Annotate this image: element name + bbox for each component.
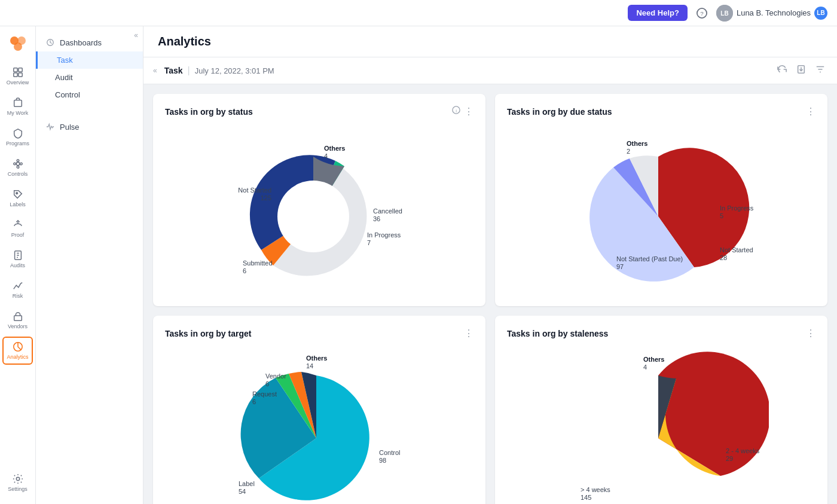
chart-card-staleness: Tasks in org by staleness ⋮	[495, 316, 827, 504]
svg-point-6	[14, 42, 22, 51]
chart-body-status: Not Started 125 In Progress 7 Cancelled …	[165, 127, 474, 294]
export-icon[interactable]	[794, 62, 808, 79]
chart-body-staleness: > 4 weeks 145 2 - 4 weeks 29 Others 4	[507, 349, 815, 504]
svg-text:Cancelled: Cancelled	[373, 207, 402, 215]
chart-more-icon-2[interactable]: ⋮	[806, 106, 815, 117]
svg-point-17	[16, 193, 17, 194]
svg-text:Label: Label	[239, 480, 255, 487]
nav-analytics[interactable]: Analytics	[2, 337, 33, 365]
sidebar-section-pulse: Pulse	[36, 111, 143, 143]
svg-text:Others: Others	[643, 356, 664, 363]
inner-header-right	[775, 62, 827, 79]
svg-text:28: 28	[720, 254, 727, 261]
nav-proof[interactable]: Proof	[0, 215, 35, 243]
nav-analytics-label: Analytics	[7, 354, 28, 360]
sidebar-item-pulse[interactable]: Pulse	[36, 118, 143, 136]
svg-text:Request: Request	[252, 390, 277, 398]
svg-text:145: 145	[581, 494, 591, 501]
svg-text:LB: LB	[720, 10, 728, 17]
chart-card-status: Tasks in org by status i ⋮	[153, 94, 485, 306]
nav-risk[interactable]: Risk	[0, 276, 35, 304]
chart-title-due-status: Tasks in org by due status	[507, 107, 612, 117]
chart-more-icon[interactable]: ⋮	[464, 106, 474, 117]
inner-header: « Task | July 12, 2022, 3:01 PM	[143, 57, 837, 84]
chart-info-icon[interactable]: i	[452, 106, 460, 117]
svg-point-12	[16, 162, 19, 165]
nav-overview-label: Overview	[7, 80, 29, 85]
nav-audits-label: Audits	[10, 262, 25, 268]
svg-text:29: 29	[726, 455, 733, 462]
chart-header-target: Tasks in org by target ⋮	[165, 328, 474, 339]
sidebar-section-dashboards: Dashboards Task Audit Control	[36, 26, 143, 111]
charts-grid: Tasks in org by status i ⋮	[153, 94, 827, 504]
nav-mywork[interactable]: My Work	[0, 93, 35, 121]
svg-text:Control: Control	[379, 449, 400, 456]
chart-more-icon-4[interactable]: ⋮	[806, 328, 815, 339]
inner-collapse-btn[interactable]: «	[153, 66, 157, 75]
app-body: Overview My Work Programs Controls Label…	[0, 26, 837, 504]
nav-risk-label: Risk	[13, 293, 23, 299]
svg-text:Others: Others	[627, 140, 647, 147]
sidebar-item-audit[interactable]: Audit	[36, 69, 143, 86]
content-header: Analytics	[143, 26, 837, 57]
svg-text:2 - 4 weeks: 2 - 4 weeks	[726, 447, 760, 454]
nav-overview[interactable]: Overview	[0, 62, 35, 90]
nav-mywork-label: My Work	[7, 110, 28, 116]
user-badge: LB	[814, 7, 827, 20]
svg-point-15	[17, 160, 19, 162]
sidebar-pulse-label: Pulse	[60, 123, 80, 132]
chart-actions-target: ⋮	[464, 328, 474, 339]
svg-text:6: 6	[243, 267, 246, 274]
sidebar-audit-label: Audit	[55, 73, 73, 82]
help-icon[interactable]: ?	[694, 5, 710, 22]
svg-rect-19	[14, 316, 22, 320]
chart-title-target: Tasks in org by target	[165, 329, 251, 338]
svg-text:14: 14	[306, 362, 313, 369]
nav-settings-label: Settings	[8, 486, 28, 492]
user-avatar-container[interactable]: LB Luna B. Technologies LB	[716, 5, 827, 22]
sidebar-control-label: Control	[55, 90, 80, 99]
svg-rect-10	[18, 73, 22, 77]
svg-text:?: ?	[700, 10, 704, 16]
chart-more-icon-3[interactable]: ⋮	[464, 328, 474, 339]
chart-actions-staleness: ⋮	[806, 328, 815, 339]
nav-vendors[interactable]: Vendors	[0, 306, 35, 334]
icon-sidebar: Overview My Work Programs Controls Label…	[0, 26, 36, 504]
nav-programs-label: Programs	[6, 140, 29, 146]
nav-audits[interactable]: Audits	[0, 245, 35, 273]
svg-point-20	[16, 477, 19, 480]
svg-text:6: 6	[252, 398, 256, 405]
refresh-icon[interactable]	[775, 62, 789, 79]
sidebar-item-task[interactable]: Task	[36, 51, 143, 69]
svg-text:Not Started: Not Started	[720, 246, 753, 253]
breadcrumb-sep: |	[188, 65, 190, 76]
chart-card-target: Tasks in org by target ⋮	[153, 316, 485, 504]
svg-point-13	[13, 163, 16, 165]
need-help-button[interactable]: Need Help?	[628, 5, 688, 21]
app-logo[interactable]	[7, 33, 29, 55]
nav-labels-label: Labels	[10, 201, 26, 207]
nav-settings[interactable]: Settings	[0, 469, 35, 497]
svg-text:7: 7	[367, 239, 371, 246]
chart-body-due-status: Not Started (Past Due) 97 Not Started 28…	[507, 127, 815, 294]
svg-text:In Progress: In Progress	[367, 231, 401, 239]
svg-text:2: 2	[627, 148, 630, 155]
avatar: LB	[716, 5, 733, 22]
sidebar-task-label: Task	[57, 56, 73, 65]
nav-labels[interactable]: Labels	[0, 184, 35, 212]
svg-text:Vendor: Vendor	[265, 372, 286, 380]
filter-icon[interactable]	[813, 62, 827, 79]
nav-controls[interactable]: Controls	[0, 154, 35, 182]
nav-controls-label: Controls	[8, 171, 28, 177]
nav-vendors-label: Vendors	[8, 323, 28, 329]
svg-rect-8	[18, 68, 22, 72]
svg-text:98: 98	[379, 457, 386, 464]
sidebar-item-dashboards[interactable]: Dashboards	[36, 33, 143, 51]
nav-programs[interactable]: Programs	[0, 123, 35, 151]
inner-header-left: « Task | July 12, 2022, 3:01 PM	[153, 65, 274, 76]
svg-text:125: 125	[261, 194, 271, 201]
svg-text:54: 54	[239, 488, 246, 495]
sidebar-item-control[interactable]: Control	[36, 86, 143, 103]
main-sidebar: « Dashboards Task Audit Control	[36, 26, 143, 504]
sidebar-collapse-btn[interactable]: «	[134, 31, 138, 39]
